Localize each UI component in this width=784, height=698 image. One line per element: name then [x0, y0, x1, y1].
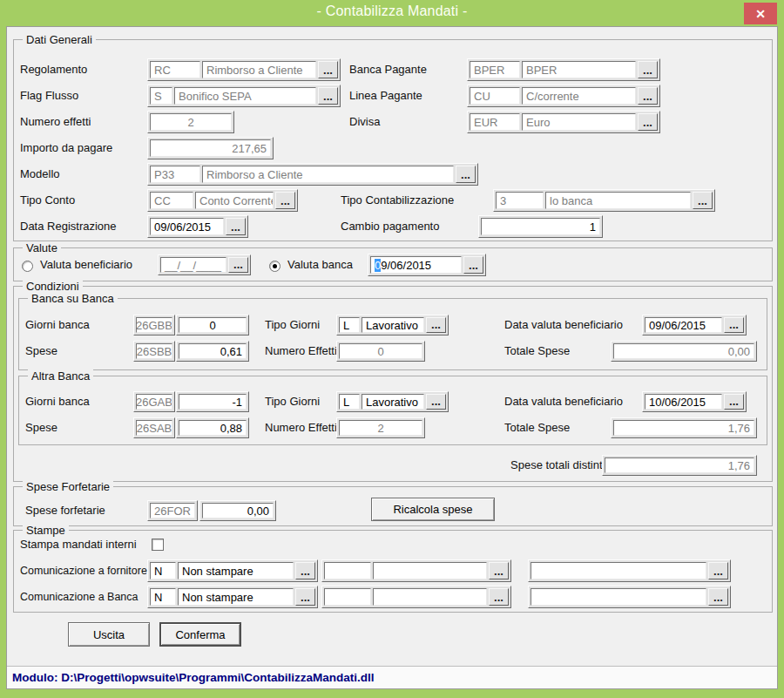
bsb-giorni-code-input: 26GBB [136, 317, 172, 333]
linea-pagante-lookup-button[interactable]: ... [638, 87, 658, 105]
banca-extra1-code-input[interactable] [324, 588, 371, 606]
banca-pagante-field: BPER BPER ... [467, 58, 660, 81]
status-text: Modulo: D:\Progetti\opwsuite\Programmi\C… [12, 671, 375, 684]
ab-data-valuta-field: 10/06/2015 ... [642, 391, 747, 412]
modello-field: P33 Rimborso a Cliente ... [147, 163, 478, 186]
spese-totali-distinta-field: 1,76 [602, 455, 757, 476]
bsb-tipo-giorni-desc-input: Lavorativo [362, 317, 424, 333]
bsb-numero-effetti-label: Numero Effetti [265, 341, 337, 362]
ab-giorni-code-input: 26GAB [136, 394, 172, 410]
spese-forfetarie-value-input[interactable]: 0,00 [202, 503, 274, 518]
comunicazione-banca-lookup-button[interactable]: ... [295, 588, 315, 606]
regolamento-label: Regolamento [20, 58, 87, 81]
banca-extra2-field: ... [528, 586, 731, 608]
bsb-giorni-value-field: 0 [176, 315, 249, 335]
valuta-beneficiario-date-input[interactable]: __/__/____ [160, 257, 226, 273]
tipo-contabilizzazione-lookup-button[interactable]: ... [693, 192, 713, 209]
linea-pagante-code-input: CU [470, 87, 520, 105]
data-registrazione-input[interactable]: 09/06/2015 [150, 218, 224, 235]
tipo-contabilizzazione-field: 3 lo banca ... [493, 189, 715, 212]
ab-tipo-giorni-code-input[interactable]: L [339, 394, 360, 410]
stampa-mandati-interni-label: Stampa mandati interni [20, 536, 137, 553]
banca-su-banca-legend: Banca su Banca [28, 292, 118, 305]
conferma-button[interactable]: Conferma [159, 622, 241, 647]
bsb-data-valuta-calendar-button[interactable]: ... [724, 317, 744, 333]
flag-flusso-desc-input: Bonifico SEPA [174, 87, 316, 105]
flag-flusso-label: Flag Flusso [20, 85, 78, 107]
ab-giorni-value-input[interactable]: -1 [179, 394, 247, 410]
bsb-spese-value-input[interactable]: 0,61 [179, 343, 247, 359]
ab-spese-value-field: 0,88 [176, 417, 249, 438]
comunicazione-banca-code-input[interactable]: N [150, 588, 176, 606]
valuta-banca-label: Valuta banca [287, 254, 353, 275]
divisa-lookup-button[interactable]: ... [638, 113, 658, 131]
flag-flusso-lookup-button[interactable]: ... [318, 87, 338, 105]
ab-tipo-giorni-desc-input: Lavorativo [362, 394, 424, 410]
data-registrazione-label: Data Registrazione [20, 215, 117, 238]
valuta-banca-date-input[interactable]: 09/06/2015 [370, 256, 462, 274]
stampa-mandati-interni-checkbox[interactable] [152, 539, 164, 551]
uscita-button[interactable]: Uscita [68, 622, 150, 647]
modello-label: Modello [20, 163, 60, 186]
ricalcola-spese-button[interactable]: Ricalcola spese [371, 498, 495, 521]
regolamento-lookup-button[interactable]: ... [318, 61, 338, 78]
window-title: - Contabilizza Mandati - [0, 3, 784, 19]
fornitore-extra2-lookup-button[interactable]: ... [708, 562, 728, 579]
cambio-pagamento-input[interactable]: 1 [481, 218, 600, 235]
valuta-banca-radio[interactable] [269, 261, 280, 272]
bsb-data-valuta-input[interactable]: 09/06/2015 [645, 317, 722, 333]
bsb-giorni-banca-label: Giorni banca [25, 315, 90, 335]
bsb-spese-value-field: 0,61 [176, 341, 249, 362]
data-registrazione-calendar-button[interactable]: ... [226, 218, 246, 235]
numero-effetti-label: Numero effetti [20, 111, 91, 133]
regolamento-field: RC Rimborso a Cliente ... [147, 58, 341, 81]
valuta-banca-calendar-button[interactable]: ... [463, 256, 483, 274]
valuta-beneficiario-label: Valuta beneficiario [40, 254, 132, 275]
bsb-totale-spese-field: 0,00 [611, 341, 757, 362]
ab-tipo-giorni-lookup-button[interactable]: ... [426, 394, 446, 410]
fornitore-extra1-code-input[interactable] [324, 562, 371, 579]
bsb-totale-spese-label: Totale Spese [504, 341, 570, 362]
valute-legend: Valute [23, 241, 61, 254]
ab-numero-effetti-input: 2 [339, 420, 422, 436]
fornitore-extra2-input[interactable] [531, 562, 706, 579]
banca-extra2-input[interactable] [531, 588, 706, 606]
stampe-legend: Stampe [23, 524, 69, 537]
ab-spese-value-input[interactable]: 0,88 [179, 420, 247, 436]
banca-extra1-lookup-button[interactable]: ... [489, 588, 509, 606]
bsb-tipo-giorni-lookup-button[interactable]: ... [426, 317, 446, 333]
selected-digit: 0 [375, 259, 381, 272]
cambio-pagamento-label: Cambio pagamento [341, 215, 439, 238]
valuta-beneficiario-radio[interactable] [22, 261, 33, 272]
divisa-field: EUR Euro ... [467, 111, 660, 133]
bsb-data-valuta-label: Data valuta beneficiario [504, 315, 623, 335]
bsb-giorni-value-input[interactable]: 0 [179, 317, 247, 333]
ab-data-valuta-input[interactable]: 10/06/2015 [645, 394, 722, 410]
comunicazione-fornitore-code-input[interactable]: N [150, 562, 176, 579]
linea-pagante-field: CU C/corrente ... [467, 85, 660, 107]
banca-extra1-desc-input[interactable] [373, 588, 487, 606]
ab-data-valuta-calendar-button[interactable]: ... [724, 394, 744, 410]
fornitore-extra1-lookup-button[interactable]: ... [489, 562, 509, 579]
linea-pagante-desc-input: C/corrente [522, 87, 636, 105]
tipo-contabilizzazione-label: Tipo Contabilizzazione [341, 189, 454, 212]
divisa-code-input: EUR [470, 113, 520, 131]
valuta-beneficiario-calendar-button[interactable]: ... [228, 257, 248, 273]
bsb-tipo-giorni-code-input[interactable]: L [339, 317, 360, 333]
tipo-contabilizzazione-desc-input: lo banca [545, 192, 691, 209]
modello-code-input: P33 [150, 166, 200, 183]
ab-numero-effetti-field: 2 [336, 417, 425, 438]
data-registrazione-field: 09/06/2015 ... [147, 215, 248, 238]
close-button[interactable]: ✕ [744, 3, 777, 24]
window-frame: - Contabilizza Mandati - ✕ Dati Generali… [0, 0, 784, 698]
bsb-tipo-giorni-field: L Lavorativo ... [336, 315, 449, 335]
tipo-conto-lookup-button[interactable]: ... [275, 192, 295, 209]
banca-pagante-lookup-button[interactable]: ... [638, 61, 658, 78]
fornitore-extra1-desc-input[interactable] [373, 562, 487, 579]
modello-lookup-button[interactable]: ... [456, 166, 476, 183]
banca-extra2-lookup-button[interactable]: ... [708, 588, 728, 606]
comunicazione-fornitore-lookup-button[interactable]: ... [295, 562, 315, 579]
bsb-spese-code-input: 26SBB [136, 343, 172, 359]
regolamento-code-input: RC [150, 61, 200, 78]
importo-input: 217,65 [150, 139, 271, 157]
